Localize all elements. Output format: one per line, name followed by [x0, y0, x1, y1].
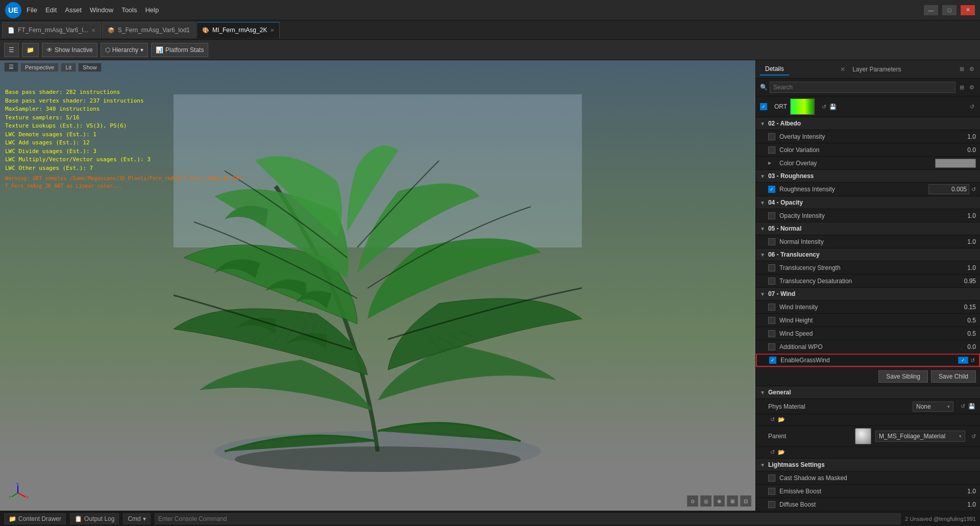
diffuse-boost-checkbox[interactable]: [768, 501, 775, 508]
phys-material-icon1[interactable]: ↺: [768, 415, 776, 423]
viewport-cam-btn3[interactable]: ⊕: [714, 495, 725, 507]
main-content: ☰ Perspective Lit Show Base pass shader:…: [0, 60, 980, 511]
viewport-cam-btn5[interactable]: ⊡: [740, 495, 751, 507]
phys-material-dropdown[interactable]: None ▾: [913, 402, 953, 412]
content-drawer-button[interactable]: 📁 Content Drawer: [4, 513, 66, 524]
menu-edit[interactable]: Edit: [45, 6, 57, 14]
search-filter-icon[interactable]: ⚙: [968, 83, 976, 91]
tab-s-fern[interactable]: 📦 S_Fern_rmAsg_Var6_lod1: [102, 22, 195, 38]
section-general[interactable]: ▼ General: [756, 386, 980, 399]
tab-ft-fern-close[interactable]: ✕: [91, 28, 95, 33]
enable-grass-wind-check-value[interactable]: ✓: [958, 357, 968, 364]
section-lightmass[interactable]: ▼ Lightmass Settings: [756, 459, 980, 471]
save-sibling-button[interactable]: Save Sibling: [878, 370, 928, 383]
viewport-cam-btn2[interactable]: ◎: [700, 495, 712, 507]
menu-tools[interactable]: Tools: [121, 6, 137, 14]
viewport-cam-btn4[interactable]: ⊞: [727, 495, 738, 507]
platform-stats-button[interactable]: 📊 Platform Stats: [151, 43, 208, 57]
status-bar: 📁 Content Drawer 📋 Output Log Cmd ▾ 2 Un…: [0, 511, 980, 526]
color-variation-checkbox[interactable]: [768, 146, 775, 154]
additional-wpo-checkbox[interactable]: [768, 343, 775, 350]
section-roughness[interactable]: ▼ 03 - Roughness: [756, 170, 980, 183]
parent-dropdown[interactable]: M_MS_Foliage_Material ▾: [875, 431, 965, 442]
maximize-button[interactable]: □: [942, 5, 957, 15]
phys-material-icon2[interactable]: 📂: [777, 415, 786, 423]
menu-help[interactable]: Help: [145, 6, 159, 14]
menu-file[interactable]: File: [27, 6, 37, 14]
cmd-input[interactable]: [155, 513, 901, 524]
toolbar-menu-btn[interactable]: ☰: [4, 43, 19, 57]
normal-intensity-checkbox[interactable]: [768, 238, 775, 245]
translucency-strength-checkbox[interactable]: [768, 264, 775, 271]
menu-asset[interactable]: Asset: [65, 6, 82, 14]
fern-plant-visual: [174, 94, 582, 477]
section-wind[interactable]: ▼ 07 - Wind: [756, 288, 980, 300]
ort-checkbox[interactable]: [760, 103, 767, 110]
phys-material-chevron: ▾: [947, 404, 950, 409]
tab-mi-fern-close[interactable]: ✕: [270, 28, 274, 33]
close-button[interactable]: ✕: [961, 5, 975, 15]
section-albedo[interactable]: ▼ 02 - Albedo: [756, 117, 980, 130]
viewport-menu-button[interactable]: ☰: [4, 62, 18, 72]
viewport-cam-btn1[interactable]: ⊙: [687, 495, 698, 507]
lit-button[interactable]: Lit: [61, 63, 76, 72]
roughness-reset-icon[interactable]: ↺: [971, 186, 976, 193]
albedo-title: 02 - Albedo: [768, 120, 801, 127]
wind-height-checkbox[interactable]: [768, 317, 775, 324]
panel-scroll[interactable]: ▼ 02 - Albedo Overlay Intensity 1.0 Colo…: [756, 117, 980, 511]
section-translucency[interactable]: ▼ 06 - Translucency: [756, 248, 980, 261]
phys-material-browse-icon[interactable]: 💾: [968, 403, 976, 411]
prop-additional-wpo: Additional WPO 0.0: [756, 340, 980, 354]
toolbar-folder-btn[interactable]: 📁: [22, 43, 39, 57]
menu-window[interactable]: Window: [90, 6, 113, 14]
show-button[interactable]: Show: [78, 63, 102, 72]
ort-save-icon[interactable]: 💾: [829, 103, 837, 111]
minimize-button[interactable]: —: [924, 5, 938, 15]
tab-details[interactable]: Details: [760, 63, 789, 76]
save-child-button[interactable]: Save Child: [931, 370, 976, 383]
stats-text: 2 Unsaved @tengfuling1991: [905, 516, 976, 522]
cast-shadow-checkbox[interactable]: [768, 474, 775, 482]
translucency-desaturation-checkbox[interactable]: [768, 278, 775, 285]
cmd-chevron: ▾: [143, 515, 146, 522]
normal-title: 05 - Normal: [768, 225, 801, 232]
details-close-icon[interactable]: ✕: [840, 66, 845, 73]
wind-speed-checkbox[interactable]: [768, 330, 775, 337]
enable-grass-wind-reset-icon[interactable]: ↺: [970, 357, 975, 364]
content-drawer-label: Content Drawer: [18, 515, 61, 522]
viewport[interactable]: ☰ Perspective Lit Show Base pass shader:…: [0, 60, 755, 511]
tab-mi-fern-icon: 🎨: [202, 27, 209, 34]
tab-mi-fern[interactable]: 🎨 MI_Fern_rmAsg_2K ✕: [197, 22, 280, 38]
roughness-intensity-input[interactable]: [928, 184, 969, 194]
enable-grass-wind-checkbox[interactable]: [769, 357, 776, 364]
hierarchy-button[interactable]: ⬡ Hierarchy ▾: [101, 43, 148, 57]
parent-icon2[interactable]: 📂: [777, 448, 786, 456]
enable-grass-wind-label: EnableGrassWind: [780, 357, 958, 364]
perspective-button[interactable]: Perspective: [20, 63, 59, 72]
section-opacity[interactable]: ▼ 04 - Opacity: [756, 196, 980, 209]
opacity-intensity-checkbox[interactable]: [768, 212, 775, 219]
prop-translucency-strength: Translucency Strength 1.0: [756, 261, 980, 274]
parent-reset-icon[interactable]: ↺: [971, 433, 976, 440]
parent-icon1[interactable]: ↺: [768, 448, 776, 456]
svg-text:X: X: [26, 495, 28, 499]
tab-ft-fern[interactable]: 📄 FT_Fern_rmAsg_Var6_l... ✕: [2, 22, 101, 38]
roughness-intensity-checkbox[interactable]: [768, 186, 775, 193]
emissive-boost-checkbox[interactable]: [768, 488, 775, 495]
ort-refresh-icon[interactable]: ↺: [968, 103, 976, 111]
tab-layer-parameters[interactable]: Layer Parameters: [847, 64, 906, 75]
overlay-intensity-checkbox[interactable]: [768, 133, 775, 140]
panel-settings-icon[interactable]: ⚙: [968, 65, 976, 73]
panel-grid-icon[interactable]: ⊞: [958, 65, 966, 73]
show-inactive-button[interactable]: 👁 Show Inactive: [42, 43, 97, 57]
color-overlay-swatch[interactable]: [935, 159, 976, 168]
wind-intensity-checkbox[interactable]: [768, 304, 775, 311]
search-settings-icon[interactable]: ⊞: [958, 83, 966, 91]
ort-reset-icon[interactable]: ↺: [820, 103, 828, 111]
search-input[interactable]: [770, 82, 955, 93]
translucency-desaturation-label: Translucency Desaturation: [779, 278, 945, 285]
section-normal[interactable]: ▼ 05 - Normal: [756, 222, 980, 235]
output-log-button[interactable]: 📋 Output Log: [70, 513, 119, 524]
phys-material-reset-icon[interactable]: ↺: [959, 403, 967, 411]
eye-icon: 👁: [46, 46, 53, 54]
